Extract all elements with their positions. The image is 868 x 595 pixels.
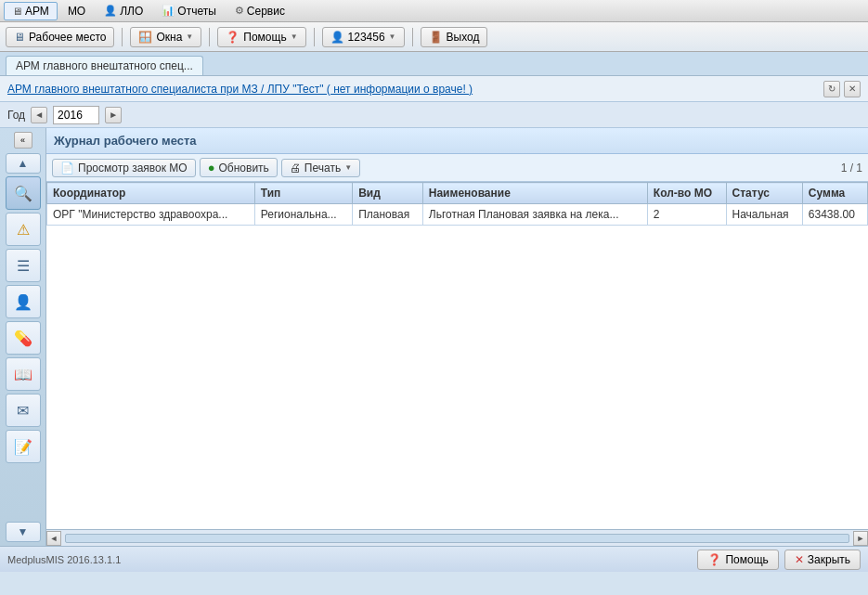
bottom-close-btn[interactable]: ✕ Закрыть	[784, 550, 861, 570]
bottom-scrollbar: ◄ ►	[46, 529, 868, 546]
menu-item-service[interactable]: ⚙ Сервис	[227, 2, 293, 20]
exit-button[interactable]: 🚪 Выход	[421, 27, 488, 47]
sidebar-book-btn[interactable]: 📖	[6, 357, 41, 391]
cell-view: Плановая	[353, 204, 423, 226]
col-coordinator: Координатор	[47, 183, 255, 204]
info-link[interactable]: АРМ главного внештатного специалиста при…	[7, 83, 473, 96]
service-icon: ⚙	[235, 5, 244, 17]
user-icon: 👤	[330, 31, 344, 44]
sidebar-search-btn[interactable]: 🔍	[6, 176, 41, 210]
main-content: Журнал рабочего места 📄 Просмотр заявок …	[46, 128, 868, 546]
refresh-icon: ●	[208, 161, 215, 175]
cell-status: Начальная	[726, 204, 802, 226]
sidebar-list-btn[interactable]: ☰	[6, 249, 41, 282]
content-wrapper: « ▲ 🔍 ⚠ ☰ 👤 💊 📖 ✉ 📝 ▼ Журнал рабочего ме…	[0, 128, 868, 546]
cell-coordinator: ОРГ "Министерство здравоохра...	[47, 204, 255, 226]
bottom-bar: MedplusMIS 2016.13.1.1 ❓ Помощь ✕ Закрыт…	[0, 546, 868, 572]
bottom-close-icon: ✕	[795, 553, 804, 566]
scroll-right-btn[interactable]: ►	[853, 531, 868, 546]
year-prev-btn[interactable]: ◄	[31, 107, 47, 123]
menu-item-reports[interactable]: 📊 Отчеты	[153, 2, 224, 20]
menu-item-arm[interactable]: 🖥 АРМ	[4, 2, 58, 20]
table-wrapper: Координатор Тип Вид Наименование Кол-во …	[46, 182, 868, 529]
windows-icon: 🪟	[138, 31, 152, 44]
help-button[interactable]: ❓ Помощь ▼	[217, 27, 305, 47]
sidebar-up-btn[interactable]: ▲	[6, 153, 41, 174]
windows-button[interactable]: 🪟 Окна ▼	[130, 27, 201, 47]
cell-type: Региональна...	[254, 204, 352, 226]
col-type: Тип	[254, 183, 352, 204]
journal-header: Журнал рабочего места	[46, 128, 868, 154]
col-name: Наименование	[422, 183, 647, 204]
cell-count-mo: 2	[647, 204, 726, 226]
table-header-row: Координатор Тип Вид Наименование Кол-во …	[47, 183, 868, 204]
workspace-tabs: АРМ главного внештатного спец...	[0, 52, 868, 76]
user-dropdown-arrow: ▼	[389, 32, 396, 41]
menu-item-mo[interactable]: МО	[59, 2, 94, 20]
info-bar: АРМ главного внештатного специалиста при…	[0, 76, 868, 102]
bottom-buttons: ❓ Помощь ✕ Закрыть	[697, 550, 861, 570]
info-icons: ↻ ✕	[823, 81, 861, 97]
year-bar: Год ◄ ►	[0, 102, 868, 128]
exit-icon: 🚪	[429, 31, 443, 44]
print-btn[interactable]: 🖨 Печать ▼	[281, 159, 360, 177]
user-button[interactable]: 👤 123456 ▼	[322, 27, 405, 47]
workspace-icon: 🖥	[14, 31, 25, 44]
journal-toolbar-left: 📄 Просмотр заявок МО ● Обновить 🖨 Печать…	[52, 158, 360, 177]
toolbar-sep4	[412, 28, 413, 46]
cell-name: Льготная Плановая заявка на лека...	[422, 204, 647, 226]
scroll-track[interactable]	[65, 534, 849, 543]
close-icon-btn[interactable]: ✕	[844, 81, 861, 97]
sidebar-collapse-btn[interactable]: «	[14, 132, 32, 149]
toolbar-sep2	[209, 28, 210, 46]
sidebar-medicine-btn[interactable]: 💊	[6, 321, 41, 355]
year-label: Год	[7, 109, 25, 122]
journal-title: Журнал рабочего места	[54, 134, 197, 148]
bottom-help-btn[interactable]: ❓ Помощь	[697, 550, 778, 570]
col-view: Вид	[353, 183, 423, 204]
refresh-btn[interactable]: ● Обновить	[200, 158, 278, 177]
col-sum: Сумма	[802, 183, 867, 204]
reports-icon: 📊	[162, 5, 175, 17]
view-requests-btn[interactable]: 📄 Просмотр заявок МО	[52, 159, 196, 177]
sidebar-alert-btn[interactable]: ⚠	[6, 213, 41, 246]
help-dropdown-arrow: ▼	[291, 32, 298, 41]
toolbar-sep3	[314, 28, 315, 46]
menu-item-llo[interactable]: 👤 ЛЛО	[96, 2, 151, 20]
col-status: Статус	[726, 183, 802, 204]
print-icon: 🖨	[290, 162, 301, 175]
refresh-icon-btn[interactable]: ↻	[823, 81, 840, 97]
col-count-mo: Кол-во МО	[647, 183, 726, 204]
table-row[interactable]: ОРГ "Министерство здравоохра... Регионал…	[47, 204, 868, 226]
cell-sum: 63438.00	[802, 204, 867, 226]
sidebar-down-btn[interactable]: ▼	[6, 522, 41, 542]
left-sidebar: « ▲ 🔍 ⚠ ☰ 👤 💊 📖 ✉ 📝 ▼	[0, 128, 46, 546]
toolbar: 🖥 Рабочее место 🪟 Окна ▼ ❓ Помощь ▼ 👤 12…	[0, 22, 868, 52]
help-icon: ❓	[226, 31, 240, 44]
bottom-help-icon: ❓	[707, 553, 721, 566]
year-input[interactable]	[53, 106, 99, 124]
windows-dropdown-arrow: ▼	[186, 32, 193, 41]
print-dropdown-arrow: ▼	[344, 163, 352, 172]
sidebar-user-btn[interactable]: 👤	[6, 285, 41, 318]
page-info: 1 / 1	[841, 162, 862, 175]
top-menubar: 🖥 АРМ МО 👤 ЛЛО 📊 Отчеты ⚙ Сервис	[0, 0, 868, 22]
sidebar-notes-btn[interactable]: 📝	[6, 430, 41, 463]
data-table: Координатор Тип Вид Наименование Кол-во …	[46, 182, 868, 226]
llo-icon: 👤	[104, 5, 117, 17]
arm-icon: 🖥	[12, 6, 22, 17]
journal-toolbar: 📄 Просмотр заявок МО ● Обновить 🖨 Печать…	[46, 154, 868, 182]
year-next-btn[interactable]: ►	[105, 107, 122, 123]
bottom-status: MedplusMIS 2016.13.1.1	[7, 554, 121, 565]
workspace-tab[interactable]: АРМ главного внештатного спец...	[6, 56, 203, 75]
scroll-left-btn[interactable]: ◄	[46, 531, 61, 546]
workspace-button[interactable]: 🖥 Рабочее место	[6, 27, 114, 47]
sidebar-mail-btn[interactable]: ✉	[6, 394, 41, 427]
doc-icon: 📄	[60, 162, 74, 175]
toolbar-sep1	[122, 28, 123, 46]
